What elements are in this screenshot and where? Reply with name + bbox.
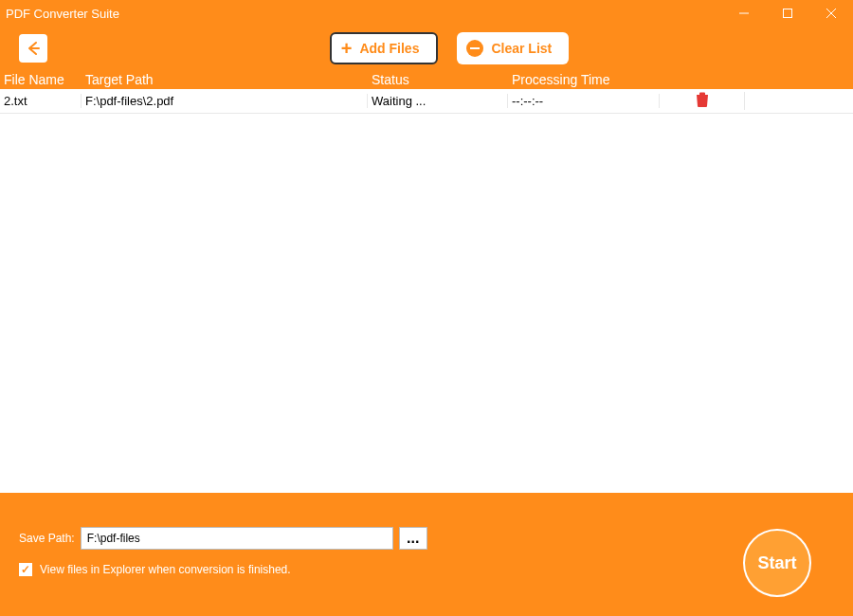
table-empty-area <box>0 114 853 493</box>
save-path-label: Save Path: <box>19 532 75 545</box>
check-icon: ✓ <box>21 564 30 575</box>
header-filename: File Name <box>0 72 82 87</box>
view-explorer-label: View files in Explorer when conversion i… <box>40 563 291 576</box>
view-explorer-row: ✓ View files in Explorer when conversion… <box>19 563 834 576</box>
header-time: Processing Time <box>508 72 660 87</box>
add-files-label: Add Files <box>359 41 419 56</box>
maximize-button[interactable] <box>766 0 809 27</box>
start-label: Start <box>757 553 796 573</box>
clear-list-label: Clear List <box>491 41 552 56</box>
table-body: 2.txt F:\pdf-files\2.pdf Waiting ... --:… <box>0 89 853 114</box>
trash-icon <box>696 92 709 107</box>
minus-circle-icon <box>466 40 483 57</box>
cell-status: Waiting ... <box>368 94 508 108</box>
toolbar-center: + Add Files Clear List <box>64 32 834 64</box>
maximize-icon <box>782 8 793 19</box>
add-files-button[interactable]: + Add Files <box>330 32 439 64</box>
delete-row-button[interactable] <box>696 92 709 110</box>
plus-icon: + <box>341 39 353 58</box>
cell-filename: 2.txt <box>0 94 82 108</box>
clear-list-button[interactable]: Clear List <box>457 32 569 64</box>
window-controls <box>722 0 853 27</box>
save-path-input[interactable] <box>81 527 393 550</box>
save-path-row: Save Path: ... <box>19 527 834 550</box>
minimize-icon <box>738 8 750 19</box>
browse-button[interactable]: ... <box>399 527 427 550</box>
back-button[interactable] <box>19 34 47 63</box>
minimize-button[interactable] <box>722 0 766 27</box>
bottom-panel: Save Path: ... ✓ View files in Explorer … <box>0 514 853 616</box>
table-header: File Name Target Path Status Processing … <box>0 70 853 89</box>
arrow-left-icon <box>25 40 42 57</box>
top-toolbar: + Add Files Clear List <box>0 27 853 70</box>
header-status: Status <box>368 72 508 87</box>
close-icon <box>826 8 837 19</box>
view-explorer-checkbox[interactable]: ✓ <box>19 563 32 576</box>
window-title: PDF Converter Suite <box>6 7 119 21</box>
header-target: Target Path <box>82 72 368 87</box>
close-button[interactable] <box>809 0 853 27</box>
cell-time: --:--:-- <box>508 94 660 108</box>
file-table: File Name Target Path Status Processing … <box>0 70 853 493</box>
cell-delete <box>660 92 745 110</box>
start-button[interactable]: Start <box>743 529 811 597</box>
cell-target: F:\pdf-files\2.pdf <box>82 94 368 108</box>
svg-rect-1 <box>784 9 792 18</box>
table-row[interactable]: 2.txt F:\pdf-files\2.pdf Waiting ... --:… <box>0 89 853 114</box>
